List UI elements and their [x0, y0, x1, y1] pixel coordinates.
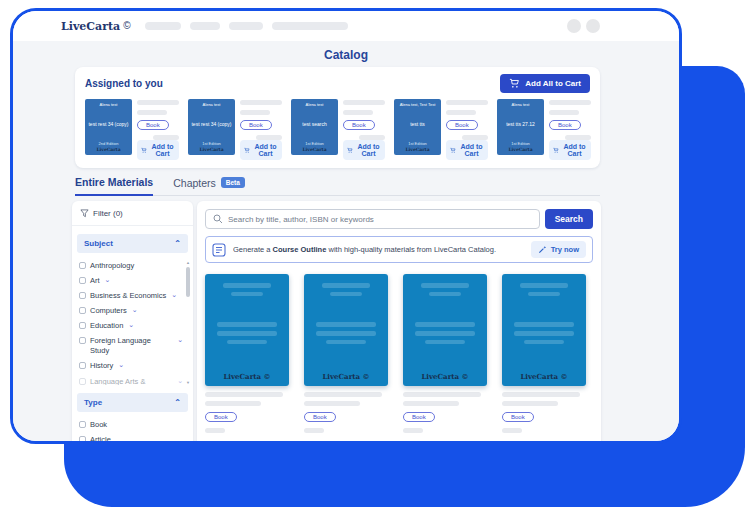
add-all-label: Add All to Cart [525, 79, 581, 88]
book-type-tag[interactable]: Book [304, 412, 336, 422]
cover-text-bar [217, 322, 277, 327]
menu-placeholder[interactable] [586, 19, 600, 33]
book-cover[interactable]: LiveCarta © [502, 274, 586, 386]
tab-chapters[interactable]: Chapters Beta [173, 176, 245, 195]
filter-section-subject[interactable]: Subject ⌃ [77, 234, 188, 253]
search-input[interactable] [228, 215, 532, 224]
add-to-cart-button[interactable]: Add to Cart [343, 140, 385, 160]
try-now-button[interactable]: Try now [531, 241, 586, 258]
catalog-grid-row: LiveCarta © Book LiveCarta © [205, 274, 593, 433]
author-placeholder-bar [403, 401, 459, 406]
checkbox[interactable] [79, 436, 86, 443]
book-type-tag[interactable]: Book [137, 120, 169, 130]
avatar-placeholder[interactable] [567, 19, 581, 33]
title-placeholder-bar [502, 392, 580, 397]
filter-option-anthropology[interactable]: Anthropology [79, 258, 183, 273]
cover-text-bar [316, 331, 376, 336]
search-field-wrap [205, 209, 540, 229]
filter-option-business-economics[interactable]: Business & Economics⌄ [79, 288, 183, 303]
subject-scrollbar[interactable]: ▲ ▼ [185, 260, 191, 385]
filter-option-art[interactable]: Art⌄ [79, 273, 183, 288]
chevron-down-icon[interactable]: ⌄ [118, 361, 124, 368]
filter-option-language-arts[interactable]: Language Arts & Disciplines⌄ [79, 374, 183, 385]
chevron-down-icon[interactable]: ⌄ [177, 377, 183, 384]
add-to-cart-label: Add to Cart [253, 143, 278, 157]
checkbox[interactable] [79, 292, 86, 299]
book-type-tag[interactable]: Book [240, 120, 272, 130]
filter-sidebar: Filter (0) Subject ⌃ Anthropology Art⌄ B… [72, 201, 193, 444]
checkbox[interactable] [79, 277, 86, 284]
option-label: Book [90, 420, 107, 430]
checkbox[interactable] [79, 307, 86, 314]
tabs-bar: Entire Materials Chapters Beta [75, 176, 600, 196]
cover-text-bar [415, 331, 475, 336]
checkbox[interactable] [79, 337, 86, 344]
author-placeholder-bar [205, 401, 261, 406]
page-title: Catalog [13, 41, 679, 67]
book-cover[interactable]: LiveCarta © [304, 274, 388, 386]
book-cover[interactable]: Alena test, Test Test test tts 1st Editi… [394, 99, 441, 155]
add-to-cart-button[interactable]: Add to Cart [446, 140, 488, 160]
book-type-tag[interactable]: Book [205, 412, 237, 422]
checkbox[interactable] [79, 378, 86, 385]
cover-text-bar [326, 340, 366, 344]
filter-option-computers[interactable]: Computers⌄ [79, 303, 183, 318]
cart-icon [347, 146, 353, 155]
title-placeholder-bar [240, 100, 282, 105]
assigned-book-card: Alena test test search 1st EditionLiveCa… [291, 99, 385, 160]
cover-brand: LiveCarta [96, 147, 120, 152]
scrollbar-thumb[interactable] [186, 267, 190, 297]
author-placeholder-bar [304, 401, 360, 406]
chevron-down-icon[interactable]: ⌄ [132, 306, 138, 313]
filter-option-history[interactable]: History⌄ [79, 359, 183, 374]
add-to-cart-button[interactable]: Add to Cart [240, 140, 282, 160]
checkbox[interactable] [79, 362, 86, 369]
title-placeholder-bar [446, 100, 488, 105]
book-cover[interactable]: Alena test test rest 34 (copy) 1st Editi… [188, 99, 235, 155]
chevron-down-icon[interactable]: ⌄ [171, 291, 177, 298]
book-cover[interactable]: Alena test test search 1st EditionLiveCa… [291, 99, 338, 155]
outline-document-icon [212, 243, 226, 257]
filter-section-type[interactable]: Type ⌃ [77, 393, 188, 412]
book-cover[interactable]: LiveCarta © [205, 274, 289, 386]
livecarta-logo[interactable]: LiveCarta © [61, 20, 131, 33]
cover-brand: LiveCarta © [502, 372, 586, 381]
cover-title-bar [231, 292, 263, 296]
add-to-cart-button[interactable]: Add to Cart [549, 140, 591, 160]
book-type-tag[interactable]: Book [446, 120, 478, 130]
book-cover[interactable]: Alena test test tts 27.12 1st EditionLiv… [497, 99, 544, 155]
chevron-down-icon[interactable]: ⌄ [128, 321, 134, 328]
add-to-cart-button[interactable]: Add to Cart [137, 140, 179, 160]
add-to-cart-label: Add to Cart [150, 143, 175, 157]
search-button[interactable]: Search [545, 209, 593, 229]
book-type-tag[interactable]: Book [502, 412, 534, 422]
cover-text-bar [514, 331, 574, 336]
title-placeholder-bar [304, 392, 382, 397]
checkbox[interactable] [79, 421, 86, 428]
add-to-cart-label: Add to Cart [356, 143, 381, 157]
nav-item-placeholder [272, 22, 348, 30]
book-type-tag[interactable]: Book [549, 120, 581, 130]
book-cover[interactable]: LiveCarta © [403, 274, 487, 386]
chevron-down-icon[interactable]: ⌄ [105, 276, 111, 283]
add-all-to-cart-button[interactable]: Add All to Cart [500, 74, 590, 93]
filter-option-education[interactable]: Education⌄ [79, 319, 183, 334]
chevron-down-icon[interactable]: ⌄ [177, 336, 183, 343]
checkbox[interactable] [79, 322, 86, 329]
scroll-down-icon[interactable]: ▼ [186, 380, 190, 385]
tab-entire-materials[interactable]: Entire Materials [75, 176, 153, 196]
book-cover[interactable]: Alena test test rest 34 (copy) 2nd Editi… [85, 99, 132, 155]
filter-option-foreign-language-study[interactable]: Foreign Language Study⌄ [79, 334, 183, 359]
author-placeholder-bar [137, 110, 167, 115]
book-type-tag[interactable]: Book [403, 412, 435, 422]
scroll-up-icon[interactable]: ▲ [186, 260, 190, 265]
filter-toggle[interactable]: Filter (0) [72, 201, 193, 226]
author-placeholder-bar [240, 110, 270, 115]
checkbox[interactable] [79, 262, 86, 269]
filter-option-article[interactable]: Article [79, 432, 183, 444]
cover-edition: 1st Edition [511, 141, 530, 146]
cover-text-bar [415, 322, 475, 327]
filter-option-book[interactable]: Book [79, 417, 183, 432]
book-type-tag[interactable]: Book [343, 120, 375, 130]
cover-brand: LiveCarta [302, 147, 326, 152]
